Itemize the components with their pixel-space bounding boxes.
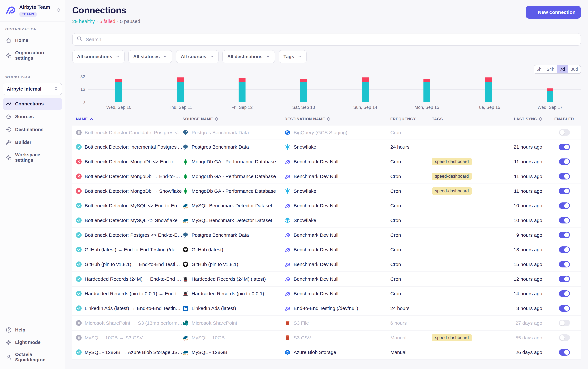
table-row[interactable]: Bottleneck Detector: MySQL <> SnowflakeM… — [72, 213, 581, 228]
enabled-toggle[interactable] — [559, 232, 570, 238]
table-row[interactable]: Microsoft SharePoint → S3 (13mb performa… — [72, 316, 581, 330]
snowflake-icon — [284, 144, 290, 150]
column-header-tags: TAGS — [432, 115, 504, 125]
frequency-cell: 6 hours — [390, 320, 432, 326]
mongodb-icon — [182, 188, 189, 194]
chart-bar[interactable] — [300, 79, 307, 102]
table-row[interactable]: Bottleneck Detector: MongoDb → Snowflake… — [72, 184, 581, 199]
enabled-toggle[interactable] — [559, 129, 570, 136]
sidebar-item-destinations[interactable]: Destinations — [3, 123, 62, 136]
table-row[interactable]: LinkedIn Ads (latest) → End-to-End Testi… — [72, 301, 581, 316]
tag-chip[interactable]: speed-dashboard — [432, 173, 472, 180]
column-label: TAGS — [432, 117, 443, 121]
sidebar-item-builder[interactable]: Builder — [3, 136, 62, 148]
sidebar-item-sources[interactable]: Sources — [3, 111, 62, 123]
sidebar-item-connections[interactable]: Connections — [3, 98, 62, 110]
workspace-switcher[interactable]: Airbyte Team TEAMS — [0, 0, 65, 21]
table-row[interactable]: Bottleneck Detector: MongoDb <> End-to-E… — [72, 154, 581, 169]
enabled-toggle[interactable] — [559, 188, 570, 194]
table-row[interactable]: Hardcoded Records (24M) → End-to-End Te.… — [72, 272, 581, 287]
enabled-toggle[interactable] — [559, 158, 570, 165]
sidebar-item-light-mode[interactable]: Light mode — [3, 336, 62, 348]
sidebar-item-organization-settings[interactable]: Organization settings — [3, 47, 62, 64]
search-box — [72, 33, 581, 46]
status-success-icon — [76, 276, 82, 282]
chart-bar[interactable] — [547, 88, 553, 102]
table-row[interactable]: Bottleneck Detector: Postgres <> End-to-… — [72, 228, 581, 243]
chart-bar[interactable] — [115, 79, 122, 102]
sidebar-item-user[interactable]: Octavia Squiddington — [3, 349, 62, 365]
chart-bar[interactable] — [423, 79, 430, 102]
sidebar-item-workspace-settings[interactable]: Workspace settings — [3, 149, 62, 166]
table-row[interactable]: Bottleneck Detector Candidate: Postgres … — [72, 125, 581, 140]
frequency-cell: Cron — [390, 159, 432, 164]
table-row[interactable]: Bottleneck Detector: Incremental Postgre… — [72, 140, 581, 154]
failed-count[interactable]: 5 failed — [100, 19, 115, 24]
table-row[interactable]: MySQL - 10GB → S3 CSVMySQLMySQL - 10GBS3… — [72, 330, 581, 345]
enabled-toggle[interactable] — [559, 320, 570, 326]
column-label: FREQUENCY — [390, 117, 416, 121]
connection-name: Hardcoded Records (24M) → End-to-End Te.… — [85, 276, 183, 282]
mongodb-icon — [182, 173, 189, 179]
column-header-destination-name[interactable]: DESTINATION NAME — [284, 115, 390, 125]
table-row[interactable]: Bottleneck Detector: MySQL <> End-to-End… — [72, 198, 581, 213]
column-label: ENABLED — [554, 117, 574, 121]
table-row[interactable]: GitHub (latest) → End-to-End Testing (/d… — [72, 242, 581, 257]
filter-all-destinations[interactable]: All destinations — [222, 50, 275, 63]
postgres-icon — [182, 144, 189, 150]
bar-failed-segment — [239, 78, 245, 82]
search-input[interactable] — [86, 37, 576, 42]
destination-name: BigQuery (GCS Staging) — [294, 130, 348, 135]
table-row[interactable]: Hardcoded Records (pin to 0.0.1) → End-t… — [72, 287, 581, 301]
filter-all-sources[interactable]: All sources — [176, 50, 219, 63]
filter-all-connections[interactable]: All connections — [72, 50, 125, 63]
enabled-toggle[interactable] — [559, 290, 570, 297]
workspace-selector[interactable]: Airbyte Internal — [3, 83, 62, 95]
column-header-last-sync[interactable]: LAST SYNC — [504, 115, 554, 125]
table-row[interactable]: GitHub (pin to v1.8.1) → End-to-End Test… — [72, 257, 581, 272]
table-row[interactable]: Bottleneck Detector: MongoDb → End-to-En… — [72, 169, 581, 184]
enabled-toggle[interactable] — [559, 305, 570, 312]
last-sync-cell: 14 hours ago — [504, 291, 554, 297]
chart-bar[interactable] — [485, 77, 492, 102]
tag-chip[interactable]: speed-dashboard — [432, 187, 472, 195]
enabled-toggle[interactable] — [559, 261, 570, 268]
bar-success-segment — [423, 82, 430, 102]
filter-tags[interactable]: Tags — [279, 50, 307, 63]
enabled-toggle[interactable] — [559, 349, 570, 356]
bar-success-segment — [239, 82, 245, 102]
chart-bar[interactable] — [239, 78, 245, 102]
healthy-count[interactable]: 29 healthy — [72, 19, 95, 24]
tag-chip[interactable]: speed-dashboard — [432, 158, 472, 165]
connection-name: GitHub (pin to v1.8.1) → End-to-End Test… — [85, 261, 183, 267]
tag-chip[interactable]: speed-dashboard — [432, 334, 472, 341]
chart-bar[interactable] — [177, 77, 184, 102]
enabled-toggle[interactable] — [559, 173, 570, 179]
filter-all-statuses[interactable]: All statuses — [128, 50, 172, 63]
filter-label: Tags — [283, 54, 294, 59]
sidebar-item-home[interactable]: Home — [3, 34, 62, 46]
enabled-toggle[interactable] — [559, 334, 570, 341]
sidebar-item-label: Connections — [15, 101, 44, 107]
connections-icon — [6, 101, 12, 107]
enabled-toggle[interactable] — [559, 276, 570, 282]
enabled-toggle[interactable] — [559, 203, 570, 209]
table-row[interactable]: MySQL - 128GB → Azure Blob Storage JSOn … — [72, 345, 581, 360]
column-header-source-name[interactable]: SOURCE NAME — [182, 115, 284, 125]
enabled-toggle[interactable] — [559, 144, 570, 150]
column-header-name[interactable]: NAME — [72, 115, 183, 125]
frequency-cell: Cron — [390, 130, 432, 135]
last-sync-cell: 13 hours ago — [504, 247, 554, 252]
home-icon — [6, 37, 12, 43]
chart-bar[interactable] — [362, 77, 369, 102]
frequency-cell: 24 hours — [390, 144, 432, 150]
bar-failed-segment — [547, 88, 553, 91]
sidebar-item-help[interactable]: Help — [3, 324, 62, 336]
new-connection-button[interactable]: + New connection — [526, 6, 581, 19]
sort-icon — [327, 117, 330, 121]
enabled-toggle[interactable] — [559, 217, 570, 224]
enabled-toggle[interactable] — [559, 246, 570, 253]
sidebar-item-label: Workspace settings — [15, 152, 59, 163]
connection-name: Bottleneck Detector: MongoDb <> End-to-E… — [85, 159, 183, 164]
table-header: NAME SOURCE NAME DESTINATION NAME FREQUE… — [72, 115, 581, 125]
